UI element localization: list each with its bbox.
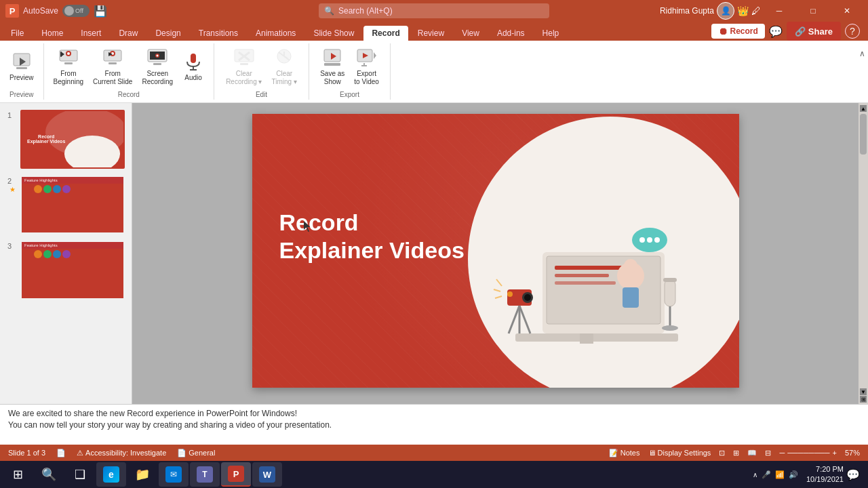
preview-icon — [11, 51, 33, 73]
ribbon-tabs: File Home Insert Draw Design Transitions… — [0, 22, 868, 41]
clear-timing-button[interactable]: ClearTiming ▾ — [267, 44, 300, 89]
share-button[interactable]: 🔗 Share — [787, 22, 841, 41]
slide-title-line1: Record — [279, 209, 465, 237]
slide-title[interactable]: Record Explainer Videos — [279, 209, 465, 264]
svg-line-56 — [496, 279, 502, 286]
right-scrollbar[interactable]: ▲ ▼ ⊞ — [859, 103, 868, 404]
tab-insert[interactable]: Insert — [73, 26, 109, 41]
svg-rect-60 — [663, 278, 677, 282]
powerpoint-button[interactable]: P — [221, 462, 251, 487]
chevron-up-icon[interactable]: ∧ — [753, 471, 757, 479]
maximize-button[interactable]: □ — [797, 0, 829, 22]
title-bar-right: Ridhima Gupta 👤 👑 🖊 ─ □ ✕ — [660, 0, 868, 22]
slide-thumb-2[interactable]: 2 ★ Feature Highlights — [5, 174, 126, 236]
tab-view[interactable]: View — [454, 26, 488, 41]
record-button[interactable]: ⏺ ⏺ Record Record — [711, 24, 765, 39]
slide-num-1: 1 — [7, 110, 17, 119]
tab-slideshow[interactable]: Slide Show — [305, 26, 362, 41]
start-button[interactable]: ⊞ — [3, 462, 33, 487]
task-view-button[interactable]: ❑ — [65, 462, 95, 487]
view-normal-button[interactable]: ⊡ — [719, 449, 725, 458]
svg-marker-34 — [374, 52, 376, 59]
avatar[interactable]: 👤 — [717, 2, 734, 20]
svg-point-5 — [67, 52, 70, 55]
screen-recording-button[interactable]: ScreenRecording — [138, 44, 177, 89]
teams-button[interactable]: T — [190, 462, 220, 487]
search-placeholder: Search (Alt+Q) — [338, 6, 393, 16]
preview-button[interactable]: Preview — [5, 48, 38, 85]
save-as-show-icon — [321, 47, 343, 68]
tab-home[interactable]: Home — [33, 26, 71, 41]
explorer-button[interactable]: 📁 — [127, 462, 157, 487]
tab-transitions[interactable]: Transitions — [191, 26, 246, 41]
view-reading-button[interactable]: 📖 — [747, 449, 757, 458]
svg-point-66 — [654, 237, 660, 243]
display-settings-button[interactable]: 🖥 Display Settings — [648, 449, 711, 457]
save-icon[interactable]: 💾 — [94, 5, 107, 18]
clear-recording-button[interactable]: ClearRecording ▾ — [222, 44, 266, 89]
slide-notes-icon[interactable]: 📄 — [56, 449, 66, 458]
export-to-video-icon — [356, 47, 378, 68]
volume-icon[interactable]: 🔊 — [789, 470, 798, 479]
notes-button[interactable]: 📝 Notes — [609, 449, 640, 458]
ribbon-group-record: FromBeginning FromCurrent Slide — [44, 43, 214, 100]
svg-rect-43 — [555, 266, 623, 270]
zoom-slider[interactable]: ─ ──────── + — [779, 449, 837, 457]
status-bar-right: 📝 Notes 🖥 Display Settings ⊡ ⊞ 📖 ⊟ ─ ───… — [609, 449, 860, 458]
general-indicator[interactable]: 📄 General — [177, 449, 215, 458]
slide-thumb-1[interactable]: 1 RecordExplainer Videos — [5, 108, 126, 170]
slide-img-1[interactable]: RecordExplainer Videos — [20, 110, 125, 169]
ribbon-collapse-button[interactable]: ∧ — [856, 46, 868, 61]
slide-img-2[interactable]: Feature Highlights — [20, 176, 125, 235]
edge-button[interactable]: e — [96, 462, 126, 487]
slide-thumb-3[interactable]: 3 Feature Highlights — [5, 239, 126, 301]
svg-line-52 — [509, 306, 519, 333]
comment-icon[interactable]: 💬 — [769, 25, 783, 38]
slide-img-3[interactable]: Feature Highlights — [20, 241, 125, 300]
svg-point-51 — [524, 294, 531, 301]
tab-draw[interactable]: Draw — [111, 26, 146, 41]
microphone-icon[interactable]: 🎤 — [762, 470, 771, 479]
crown-icon[interactable]: 👑 — [737, 5, 749, 16]
tab-help[interactable]: Help — [534, 26, 568, 41]
accessibility-indicator[interactable]: ⚠ Accessibility: Investigate — [77, 449, 166, 458]
audio-button[interactable]: Audio — [178, 48, 208, 85]
search-taskbar-button[interactable]: 🔍 — [34, 462, 64, 487]
tab-review[interactable]: Review — [410, 26, 452, 41]
tab-animations[interactable]: Animations — [248, 26, 304, 41]
autosave-label: AutoSave — [23, 6, 58, 16]
slide-illustration — [481, 184, 698, 374]
taskbar-right: ∧ 🎤 📶 🔊 7:20 PM 10/19/2021 💬 — [747, 464, 865, 485]
svg-line-58 — [495, 296, 502, 298]
svg-rect-38 — [515, 333, 678, 342]
tab-addins[interactable]: Add-ins — [489, 26, 533, 41]
svg-rect-45 — [555, 281, 616, 285]
view-presenter-button[interactable]: ⊟ — [765, 449, 771, 458]
save-as-show-label: Save asShow — [320, 70, 344, 86]
save-as-show-button[interactable]: Save asShow — [316, 44, 349, 89]
tab-record[interactable]: Record — [363, 26, 408, 41]
network-icon[interactable]: 📶 — [775, 470, 785, 479]
svg-point-48 — [624, 259, 637, 272]
minimize-button[interactable]: ─ — [764, 0, 795, 22]
word-button[interactable]: W — [252, 462, 282, 487]
search-bar[interactable]: 🔍 Search (Alt+Q) — [319, 3, 549, 18]
view-slide-sorter-button[interactable]: ⊞ — [733, 449, 739, 458]
taskbar-clock[interactable]: 7:20 PM 10/19/2021 — [806, 464, 844, 485]
autosave-toggle[interactable]: Off — [62, 5, 90, 17]
svg-rect-19 — [191, 54, 196, 63]
tab-file[interactable]: File — [3, 26, 32, 41]
close-button[interactable]: ✕ — [831, 0, 863, 22]
from-current-slide-button[interactable]: FromCurrent Slide — [89, 44, 136, 89]
help-icon[interactable]: ? — [845, 24, 860, 39]
export-to-video-button[interactable]: Exportto Video — [350, 44, 383, 89]
from-beginning-button[interactable]: FromBeginning — [50, 44, 87, 89]
notes-section: We are excited to share the new Record e… — [0, 404, 868, 445]
svg-rect-25 — [240, 63, 248, 65]
notification-icon[interactable]: 💬 — [846, 468, 860, 481]
canvas-area[interactable]: Record Explainer Videos — [132, 103, 859, 404]
tab-design[interactable]: Design — [147, 26, 189, 41]
outlook-button[interactable]: ✉ — [159, 462, 189, 487]
pen-icon[interactable]: 🖊 — [751, 5, 761, 16]
slide-canvas[interactable]: Record Explainer Videos — [252, 114, 739, 388]
